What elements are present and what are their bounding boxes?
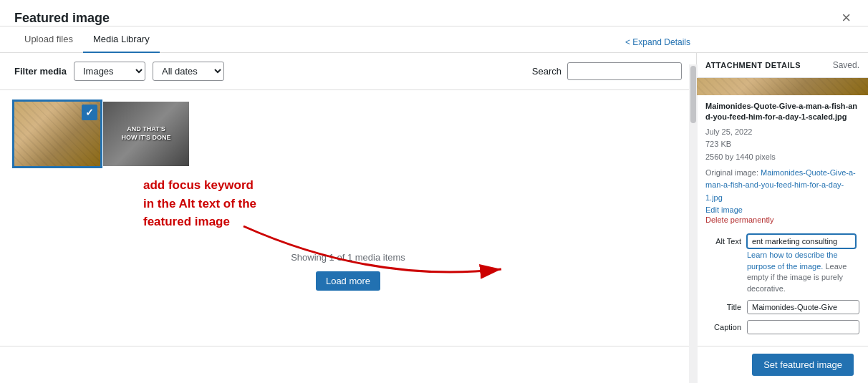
alt-text-label: Alt Text	[705, 234, 741, 246]
annotation-line1: add focus keyword	[143, 178, 254, 192]
delete-permanently-link[interactable]: Delete permanently	[705, 215, 859, 224]
modal-footer: Set featured image	[0, 346, 868, 383]
annotation-line2: in the Alt text of the	[143, 197, 256, 210]
load-more-button[interactable]: Load more	[316, 271, 380, 291]
modal-tabs: Upload files Media Library	[0, 26, 868, 53]
modal-body: Filter media Images All dates Search	[0, 53, 868, 346]
media-grid: ✓ AND THAT'SHOW IT'S DONE	[14, 102, 682, 166]
set-featured-image-button[interactable]: Set featured image	[752, 354, 854, 376]
edit-image-link[interactable]: Edit image	[705, 205, 859, 214]
showing-text: Showing 1 of 1 media items	[14, 252, 682, 263]
selected-checkmark: ✓	[82, 105, 97, 120]
close-button[interactable]: ×	[839, 10, 854, 26]
media-footer: Showing 1 of 1 media items Load more	[14, 252, 682, 291]
tab-media-library[interactable]: Media Library	[83, 26, 160, 53]
media-thumbnail-2: AND THAT'SHOW IT'S DONE	[103, 102, 189, 166]
attachment-saved-status: Saved.	[833, 60, 859, 70]
alt-text-hint: Learn how to describe the purpose of the…	[747, 250, 859, 294]
attachment-info: Maimonides-Quote-Give-a-man-a-fish-and-y…	[697, 95, 868, 230]
main-area: Filter media Images All dates Search	[0, 53, 696, 346]
original-label: Original image:	[705, 168, 758, 177]
search-label: Search	[532, 66, 561, 77]
scrollbar-thumb[interactable]	[690, 66, 696, 123]
title-label: Title	[705, 300, 741, 311]
media-item-1[interactable]: ✓	[14, 102, 100, 166]
media-grid-area[interactable]: ✓ AND THAT'SHOW IT'S DONE Showing 1 of 1…	[0, 90, 696, 346]
featured-image-modal: Featured image × Upload files Media Libr…	[0, 0, 868, 383]
filter-label: Filter media	[14, 66, 67, 77]
tab-upload[interactable]: Upload files	[14, 26, 83, 53]
modal-title: Featured image	[14, 11, 110, 26]
filter-date-select[interactable]: All dates	[153, 62, 224, 81]
title-row: Title	[705, 300, 859, 314]
filter-bar: Filter media Images All dates Search	[0, 53, 696, 90]
alt-text-input[interactable]	[747, 234, 856, 248]
attachment-thumbnail	[697, 78, 868, 95]
attachment-filesize: 723 KB	[705, 138, 859, 151]
attachment-fields: Alt Text Learn how to describe the purpo…	[697, 230, 868, 346]
caption-input[interactable]	[747, 320, 859, 334]
attachment-details-title: ATTACHMENT DETAILS	[705, 61, 801, 69]
attachment-original: Original image: Maimonides-Quote-Give-a-…	[705, 167, 859, 205]
annotation: add focus keyword in the Alt text of the…	[143, 176, 256, 231]
attachment-dimensions: 2560 by 1440 pixels	[705, 151, 859, 164]
filter-type-select[interactable]: Images	[74, 62, 145, 81]
caption-label: Caption	[705, 320, 741, 331]
search-input[interactable]	[567, 62, 682, 80]
sidebar-header: ATTACHMENT DETAILS Saved.	[697, 53, 868, 78]
annotation-line3: featured image	[143, 215, 230, 228]
modal-header: Featured image ×	[0, 0, 868, 26]
attachment-date: July 25, 2022	[705, 126, 859, 139]
modal-overlay: Featured image × Upload files Media Libr…	[0, 0, 868, 383]
attachment-filename: Maimonides-Quote-Give-a-man-a-fish-and-y…	[705, 101, 859, 123]
alt-text-row: Alt Text Learn how to describe the purpo…	[705, 234, 859, 294]
search-area: Search	[532, 62, 682, 80]
title-input[interactable]	[747, 300, 859, 314]
scrollbar-track	[689, 64, 698, 346]
media-item-2[interactable]: AND THAT'SHOW IT'S DONE	[103, 102, 189, 166]
attachment-details-sidebar: < Expand Details ATTACHMENT DETAILS Save…	[696, 53, 868, 346]
media-thumb-text: AND THAT'SHOW IT'S DONE	[121, 125, 170, 142]
alt-text-container: Learn how to describe the purpose of the…	[747, 234, 859, 294]
caption-row: Caption	[705, 320, 859, 334]
